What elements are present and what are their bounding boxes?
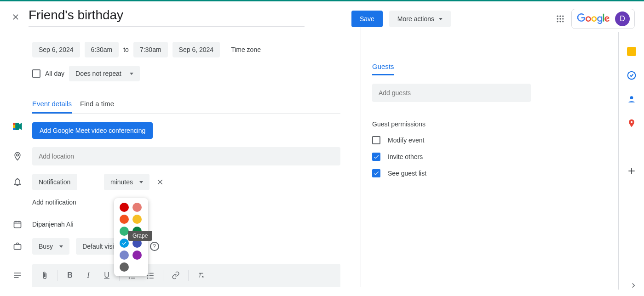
color-lavender[interactable] <box>120 250 129 260</box>
maps-icon <box>627 119 636 128</box>
event-title-input[interactable] <box>29 5 305 27</box>
bell-icon <box>13 177 22 187</box>
clear-formatting-button[interactable] <box>193 268 209 283</box>
svg-rect-12 <box>13 128 15 130</box>
chevron-down-icon <box>59 245 63 248</box>
chevron-down-icon <box>130 73 133 75</box>
start-time[interactable]: 6:30am <box>85 42 119 57</box>
svg-point-35 <box>630 96 633 99</box>
close-icon <box>156 178 164 186</box>
color-flamingo[interactable] <box>132 203 142 212</box>
svg-point-7 <box>559 21 561 22</box>
svg-rect-18 <box>14 245 21 250</box>
color-peacock[interactable] <box>120 239 129 248</box>
all-day-checkbox[interactable] <box>32 69 40 78</box>
availability-select[interactable]: Busy <box>32 238 69 255</box>
to-label: to <box>123 46 129 53</box>
all-day-label: All day <box>45 70 64 77</box>
more-actions-label: More actions <box>397 15 434 23</box>
attach-button[interactable] <box>37 268 52 283</box>
close-button[interactable] <box>11 12 20 22</box>
tab-find-time[interactable]: Find a time <box>80 100 114 114</box>
repeat-label: Does not repeat <box>75 70 121 77</box>
contacts-button[interactable] <box>627 95 636 104</box>
modify-event-label: Modify event <box>388 137 424 144</box>
see-guest-list-label: See guest list <box>388 170 426 177</box>
notification-unit[interactable]: minutes <box>104 174 150 190</box>
visibility-help-button[interactable]: ? <box>150 242 159 251</box>
svg-point-36 <box>630 121 632 123</box>
apps-icon <box>556 14 565 23</box>
svg-rect-14 <box>14 222 21 228</box>
svg-point-6 <box>557 21 558 22</box>
check-icon <box>121 240 127 246</box>
italic-button[interactable]: I <box>80 268 96 283</box>
tasks-button[interactable] <box>627 71 636 80</box>
google-logo-icon <box>576 13 610 24</box>
description-icon <box>13 271 22 280</box>
account-block[interactable]: D <box>571 9 635 29</box>
avatar: D <box>615 11 630 26</box>
tab-event-details[interactable]: Event details <box>32 100 72 114</box>
svg-rect-11 <box>13 123 15 125</box>
close-icon <box>11 12 20 22</box>
remove-notification-button[interactable] <box>156 178 164 186</box>
google-meet-icon <box>13 123 22 130</box>
modify-event-checkbox[interactable] <box>372 136 380 144</box>
link-button[interactable] <box>168 268 184 283</box>
guest-permissions-title: Guest permissions <box>372 120 531 128</box>
tab-guests[interactable]: Guests <box>372 63 394 75</box>
addons-button[interactable] <box>627 166 636 176</box>
check-icon <box>373 154 380 160</box>
color-graphite[interactable] <box>120 262 129 272</box>
color-tangerine[interactable] <box>120 215 129 224</box>
notification-unit-label: minutes <box>110 178 133 186</box>
more-actions-button[interactable]: More actions <box>389 11 451 27</box>
repeat-select[interactable]: Does not repeat <box>69 66 140 81</box>
notification-type[interactable]: Notification <box>32 174 77 190</box>
svg-point-30 <box>147 275 149 276</box>
apps-button[interactable] <box>556 14 565 23</box>
svg-point-0 <box>557 16 558 17</box>
add-meet-button[interactable]: Add Google Meet video conferencing <box>32 122 153 139</box>
link-icon <box>172 271 180 279</box>
briefcase-icon <box>13 242 22 251</box>
svg-point-1 <box>559 16 561 17</box>
calendar-icon <box>13 220 22 229</box>
color-sage[interactable] <box>120 227 129 236</box>
color-grape[interactable] <box>132 250 142 260</box>
plus-icon <box>627 166 636 176</box>
svg-text:3: 3 <box>129 277 130 279</box>
chevron-down-icon <box>139 181 143 183</box>
contacts-icon <box>627 95 636 104</box>
maps-button[interactable] <box>627 119 636 128</box>
calendar-owner[interactable]: Dipanjenah Ali <box>32 221 74 228</box>
end-time[interactable]: 7:30am <box>133 42 168 57</box>
see-guest-list-checkbox[interactable] <box>372 169 380 177</box>
color-tomato[interactable] <box>120 203 129 212</box>
bold-button[interactable]: B <box>62 268 78 283</box>
availability-label: Busy <box>39 243 53 250</box>
add-notification-button[interactable]: Add notification <box>32 199 340 206</box>
underline-button[interactable]: U <box>99 268 115 283</box>
collapse-side-panel-button[interactable] <box>629 281 638 290</box>
svg-point-4 <box>559 18 561 19</box>
check-icon <box>373 170 380 176</box>
svg-point-3 <box>557 18 558 19</box>
timezone-button[interactable]: Time zone <box>231 46 261 53</box>
location-input[interactable] <box>32 147 340 165</box>
start-date[interactable]: Sep 6, 2024 <box>32 42 80 57</box>
add-guests-input[interactable] <box>372 84 531 102</box>
keep-button[interactable] <box>627 47 636 56</box>
keep-icon <box>627 47 636 56</box>
color-banana[interactable] <box>132 215 142 224</box>
invite-others-checkbox[interactable] <box>372 153 380 161</box>
tasks-icon <box>627 71 636 80</box>
end-date[interactable]: Sep 6, 2024 <box>172 42 220 57</box>
svg-point-5 <box>562 18 564 19</box>
svg-point-2 <box>562 16 564 17</box>
save-button[interactable]: Save <box>351 11 383 27</box>
invite-others-label: Invite others <box>388 153 423 160</box>
location-icon <box>13 152 22 161</box>
description-toolbar: B I U 123 <box>32 264 340 287</box>
